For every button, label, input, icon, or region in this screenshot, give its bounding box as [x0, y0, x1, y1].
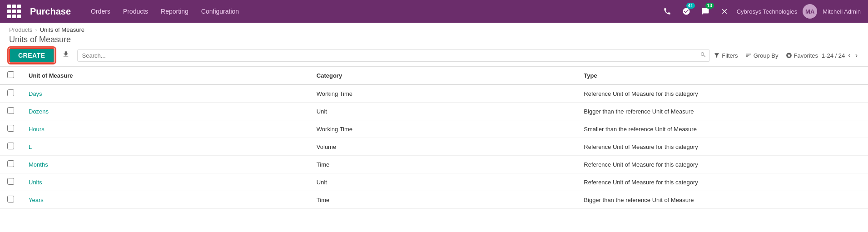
filters-button[interactable]: Filters — [714, 52, 738, 59]
row-type: Reference Unit of Measure for this categ… — [576, 138, 868, 156]
table-row[interactable]: Years Time Bigger than the reference Uni… — [0, 191, 868, 209]
app-title[interactable]: Purchase — [30, 6, 71, 17]
header-type[interactable]: Type — [576, 67, 868, 85]
favorites-label: Favorites — [794, 52, 818, 59]
page-title: Units of Measure — [9, 35, 859, 44]
row-checkbox-cell — [0, 191, 21, 209]
action-left: CREATE — [9, 48, 74, 63]
todo-badge: 41 — [686, 3, 695, 9]
nav-reporting[interactable]: Reporting — [155, 5, 194, 18]
app-grid-icon[interactable] — [7, 5, 21, 18]
action-row: CREATE Filters Group By Favorites 1-24 /… — [0, 46, 868, 66]
header-checkbox-cell — [0, 67, 21, 85]
messages-icon-btn[interactable]: 13 — [699, 5, 712, 18]
breadcrumb-current: Units of Measure — [40, 26, 84, 33]
row-uom[interactable]: Hours — [21, 120, 309, 138]
row-checkbox-3[interactable] — [7, 143, 14, 149]
table-row[interactable]: Hours Working Time Smaller than the refe… — [0, 120, 868, 138]
pagination-text: 1-24 / 24 — [822, 52, 845, 59]
row-checkbox-cell — [0, 156, 21, 173]
filters-label: Filters — [722, 52, 738, 59]
row-uom[interactable]: L — [21, 138, 309, 156]
units-of-measure-table: Unit of Measure Category Type Days Worki… — [0, 66, 868, 209]
row-checkbox-1[interactable] — [7, 107, 14, 114]
row-checkbox-6[interactable] — [7, 196, 14, 202]
table-row[interactable]: Dozens Unit Bigger than the reference Un… — [0, 103, 868, 120]
pagination-next[interactable]: › — [854, 51, 859, 59]
row-category: Volume — [309, 138, 577, 156]
table-row[interactable]: L Volume Reference Unit of Measure for t… — [0, 138, 868, 156]
download-button[interactable] — [58, 49, 74, 63]
row-checkbox-cell — [0, 120, 21, 138]
row-category: Working Time — [309, 120, 577, 138]
row-category: Time — [309, 191, 577, 209]
row-type: Reference Unit of Measure for this categ… — [576, 173, 868, 191]
row-checkbox-cell — [0, 138, 21, 156]
page-title-container: Units of Measure — [0, 35, 868, 46]
row-checkbox-cell — [0, 103, 21, 120]
messages-badge: 13 — [705, 3, 714, 9]
group-by-label: Group By — [754, 52, 779, 59]
phone-icon-btn[interactable] — [660, 5, 674, 18]
row-uom[interactable]: Years — [21, 191, 309, 209]
row-checkbox-0[interactable] — [7, 89, 14, 96]
navbar: Purchase Orders Products Reporting Confi… — [0, 0, 868, 23]
search-icon[interactable] — [700, 52, 706, 59]
row-uom[interactable]: Units — [21, 173, 309, 191]
nav-configuration[interactable]: Configuration — [196, 5, 244, 18]
row-checkbox-2[interactable] — [7, 125, 14, 132]
pagination-prev[interactable]: ‹ — [847, 51, 852, 59]
search-box — [77, 49, 710, 62]
company-name: Cybrosys Technologies — [737, 8, 797, 15]
row-type: Bigger than the reference Unit of Measur… — [576, 103, 868, 120]
row-checkbox-cell — [0, 84, 21, 103]
close-icon-btn[interactable] — [718, 5, 731, 18]
row-type: Reference Unit of Measure for this categ… — [576, 156, 868, 173]
row-type: Bigger than the reference Unit of Measur… — [576, 191, 868, 209]
user-name: Mitchell Admin — [823, 8, 861, 15]
row-checkbox-cell — [0, 173, 21, 191]
filter-group: Filters Group By Favorites — [714, 52, 818, 59]
favorites-button[interactable]: Favorites — [786, 52, 818, 59]
header-uom[interactable]: Unit of Measure — [21, 67, 309, 85]
breadcrumb-parent[interactable]: Products — [9, 26, 32, 33]
table-header-row: Unit of Measure Category Type — [0, 67, 868, 85]
row-type: Reference Unit of Measure for this categ… — [576, 84, 868, 103]
row-checkbox-5[interactable] — [7, 178, 14, 185]
row-category: Unit — [309, 173, 577, 191]
row-category: Time — [309, 156, 577, 173]
row-uom[interactable]: Months — [21, 156, 309, 173]
row-uom[interactable]: Days — [21, 84, 309, 103]
user-avatar[interactable]: MA — [803, 4, 817, 19]
row-uom[interactable]: Dozens — [21, 103, 309, 120]
pagination: 1-24 / 24 ‹ › — [822, 51, 859, 59]
row-checkbox-4[interactable] — [7, 160, 14, 167]
table-row[interactable]: Units Unit Reference Unit of Measure for… — [0, 173, 868, 191]
select-all-checkbox[interactable] — [7, 71, 14, 78]
breadcrumb: Products › Units of Measure — [0, 23, 868, 35]
row-type: Smaller than the reference Unit of Measu… — [576, 120, 868, 138]
group-by-button[interactable]: Group By — [745, 52, 779, 59]
table-row[interactable]: Days Working Time Reference Unit of Meas… — [0, 84, 868, 103]
navbar-menu: Orders Products Reporting Configuration — [85, 5, 653, 18]
todo-icon-btn[interactable]: 41 — [680, 5, 693, 18]
nav-products[interactable]: Products — [118, 5, 154, 18]
row-category: Working Time — [309, 84, 577, 103]
row-category: Unit — [309, 103, 577, 120]
table-wrapper: Unit of Measure Category Type Days Worki… — [0, 66, 868, 209]
nav-orders[interactable]: Orders — [85, 5, 116, 18]
create-button[interactable]: CREATE — [9, 48, 55, 63]
header-category[interactable]: Category — [309, 67, 577, 85]
navbar-right: 41 13 Cybrosys Technologies MA Mitchell … — [660, 4, 861, 19]
search-input[interactable] — [77, 49, 710, 62]
table-row[interactable]: Months Time Reference Unit of Measure fo… — [0, 156, 868, 173]
